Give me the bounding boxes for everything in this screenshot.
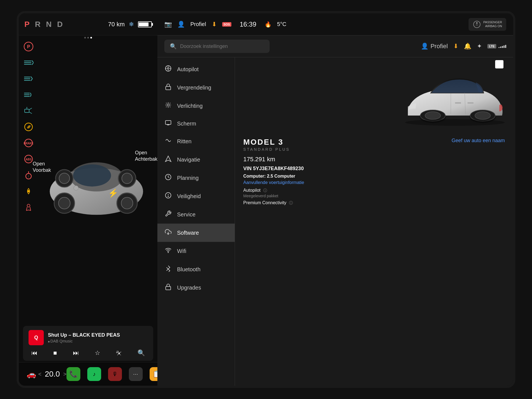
connectivity-info: Premium Connectivity ⓘ bbox=[243, 200, 505, 206]
bluetooth-menu-icon bbox=[164, 265, 172, 273]
front-trunk-label[interactable]: Open Voorbak bbox=[33, 161, 51, 174]
car-top-view: Open Voorbak Open Achterbak bbox=[41, 144, 152, 227]
passenger-airbag-indicator: PASSENGER AIRBAG ON bbox=[469, 18, 506, 31]
autopilot-icon bbox=[164, 65, 172, 73]
stop-button[interactable]: ■ bbox=[53, 349, 57, 357]
lte-badge: LTE bbox=[487, 44, 496, 48]
menu-item-autopilot[interactable]: Autopilot bbox=[157, 60, 235, 78]
svg-point-69 bbox=[168, 252, 168, 253]
trips-icon bbox=[164, 137, 172, 145]
vehicle-content: MODEL 3 STANDARD PLUS Geef uw auto een n… bbox=[235, 57, 513, 386]
battery-icon bbox=[138, 21, 152, 27]
vehicle-vin: VIN 5YJ3E7EA8KF489230 bbox=[243, 166, 505, 172]
phone-button[interactable]: 📞 bbox=[66, 367, 80, 381]
search-wrapper[interactable]: 🔍 bbox=[164, 40, 270, 53]
signal-bars bbox=[498, 45, 506, 48]
signal-bar-1 bbox=[498, 47, 500, 48]
svg-line-57 bbox=[170, 107, 170, 107]
user-icon: 👤 bbox=[421, 43, 428, 50]
svg-text:⚡: ⚡ bbox=[108, 188, 118, 198]
notifications-icon[interactable]: 🔔 bbox=[464, 43, 471, 50]
profile-icon: 👤 bbox=[177, 21, 185, 28]
menu-item-veiligheid[interactable]: Veiligheid bbox=[157, 187, 235, 205]
main-screen: P R N D 70 km ❄ P bbox=[17, 11, 515, 388]
menu-item-navigatie[interactable]: Navigatie bbox=[157, 150, 235, 169]
svg-line-11 bbox=[31, 79, 32, 81]
menu-item-scherm[interactable]: Scherm bbox=[157, 115, 235, 132]
car-icon-button[interactable]: 🚗 bbox=[24, 367, 38, 381]
vehicle-mileage: 175.291 km bbox=[243, 156, 505, 163]
search-bar: 🔍 👤 Profiel ⬇ 🔔 ✦ LTE bbox=[157, 35, 513, 57]
dot-1 bbox=[84, 37, 86, 39]
light-menu-icon bbox=[164, 102, 172, 110]
menu-item-planning[interactable]: Planning bbox=[157, 169, 235, 187]
search-music-button[interactable]: 🔍 bbox=[137, 349, 145, 357]
autopilot-info-icon[interactable]: ⓘ bbox=[263, 188, 267, 193]
eco-icon bbox=[23, 121, 34, 132]
rear-trunk-label[interactable]: Open Achterbak bbox=[135, 150, 157, 163]
svg-point-31 bbox=[73, 164, 111, 186]
model-variant: STANDARD PLUS bbox=[243, 147, 290, 152]
safety-icon bbox=[164, 192, 172, 200]
connectivity-info-icon[interactable]: ⓘ bbox=[289, 201, 293, 205]
svg-point-37 bbox=[59, 173, 70, 184]
profile-settings-label: Profiel bbox=[431, 43, 448, 50]
svg-point-35 bbox=[121, 197, 133, 209]
color-selector-button[interactable] bbox=[495, 60, 503, 68]
svg-line-10 bbox=[31, 76, 32, 79]
profile-label[interactable]: Profiel bbox=[190, 21, 206, 27]
software-icon bbox=[164, 229, 172, 237]
podcast-button[interactable]: 🎙 bbox=[108, 367, 122, 381]
menu-item-upgrades[interactable]: Upgrades bbox=[157, 278, 235, 297]
veiligheid-label: Veiligheid bbox=[177, 193, 201, 200]
menu-item-bluetooth[interactable]: Bluetooth bbox=[157, 260, 235, 278]
temp-value: 20.0 bbox=[45, 370, 60, 378]
temp-decrease-button[interactable]: < bbox=[38, 371, 42, 377]
menu-item-software[interactable]: Software bbox=[157, 224, 235, 242]
signal-bar-5 bbox=[505, 45, 506, 48]
menu-item-wifi[interactable]: Wifi bbox=[157, 242, 235, 260]
menu-button[interactable]: ··· bbox=[129, 367, 143, 381]
vehicle-info-link[interactable]: Aanvullende voertuiginformatie bbox=[243, 180, 505, 185]
menu-item-service[interactable]: Service bbox=[157, 205, 235, 224]
next-button[interactable]: ⏭ bbox=[73, 349, 79, 357]
top-status-right: 70 km ❄ bbox=[108, 21, 152, 28]
menu-item-verlichting[interactable]: Verlichting bbox=[157, 97, 235, 115]
vin-label: VIN bbox=[243, 166, 253, 171]
planning-icon bbox=[164, 174, 172, 182]
spotify-button[interactable]: ♪ bbox=[87, 367, 101, 381]
svg-line-6 bbox=[32, 63, 34, 65]
svg-line-58 bbox=[166, 107, 167, 107]
scherm-label: Scherm bbox=[177, 121, 196, 127]
gear-n: N bbox=[46, 20, 53, 29]
menu-item-vergrendeling[interactable]: Vergrendeling bbox=[157, 78, 235, 97]
favorite-button[interactable]: ☆ bbox=[95, 349, 100, 357]
svg-point-28 bbox=[27, 204, 30, 207]
svg-point-41 bbox=[74, 186, 78, 190]
settings-main-content: Autopilot Vergrendeling bbox=[157, 57, 513, 386]
bluetooth-settings-icon[interactable]: ✦ bbox=[477, 43, 482, 50]
flame-icon: 🔥 bbox=[265, 21, 272, 28]
prev-button[interactable]: ⏮ bbox=[31, 349, 37, 357]
equalizer-button[interactable]: ⏧ bbox=[116, 350, 122, 356]
settings-panel: 📷 👤 Profiel ⬇ SOS 16:39 🔥 5°C PASSENGER … bbox=[157, 13, 513, 386]
signal-bar-4 bbox=[503, 45, 505, 48]
svg-point-51 bbox=[167, 104, 169, 106]
download-settings-icon[interactable]: ⬇ bbox=[453, 43, 458, 50]
temp-increase-button[interactable]: > bbox=[63, 371, 66, 377]
menu-item-ritten[interactable]: Ritten bbox=[157, 132, 235, 150]
computer-label: Computer: bbox=[243, 174, 266, 178]
status-icons-column: P bbox=[23, 41, 34, 213]
search-input[interactable] bbox=[180, 44, 264, 49]
brake-icon: BRAKE bbox=[23, 137, 34, 149]
profile-settings-btn[interactable]: 👤 Profiel bbox=[421, 43, 448, 50]
name-car-link[interactable]: Geef uw auto een naam bbox=[452, 138, 505, 144]
car-visualization: Open Voorbak Open Achterbak bbox=[35, 41, 157, 330]
headlight-icon bbox=[23, 57, 34, 68]
svg-line-59 bbox=[170, 103, 170, 103]
svg-text:BRAKE: BRAKE bbox=[24, 142, 34, 145]
signal-bar-2 bbox=[500, 47, 501, 48]
bluetooth-label: Bluetooth bbox=[177, 266, 201, 273]
svg-point-45 bbox=[167, 68, 169, 69]
chime-icon bbox=[23, 105, 34, 116]
